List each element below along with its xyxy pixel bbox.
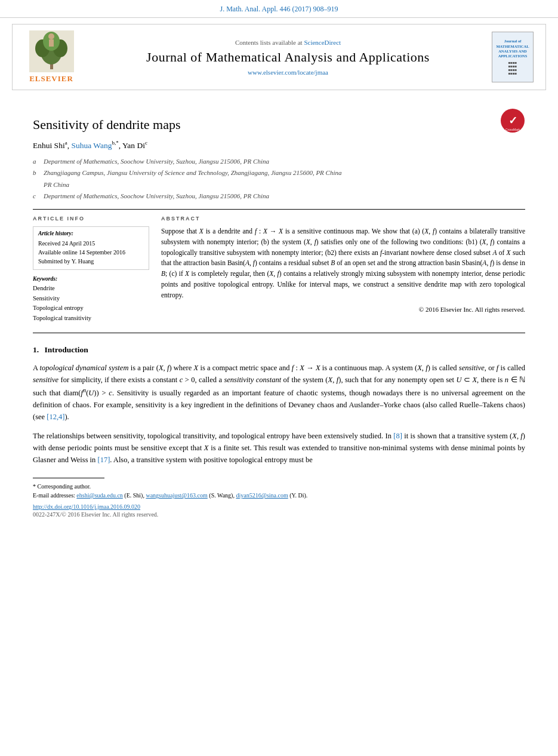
abstract-column: ABSTRACT Suppose that X is a dendrite an… [161, 216, 525, 324]
affil-c: Department of Mathematics, Soochow Unive… [44, 191, 269, 202]
section-1-title: 1. Introduction [33, 345, 525, 355]
submitted-by: Submitted by Y. Huang [38, 257, 144, 266]
article-info-column: ARTICLE INFO Article history: Received 2… [33, 216, 149, 324]
ref-17[interactable]: [17] [97, 456, 110, 464]
keyword-4: Topological transitivity [33, 314, 149, 324]
svg-text:✓: ✓ [508, 115, 517, 127]
section-divider [33, 209, 525, 210]
keyword-2: Sensitivity [33, 294, 149, 304]
journal-cover-image: Journal ofMATHEMATICALANALYSIS ANDAPPLIC… [492, 32, 534, 82]
svg-point-6 [48, 33, 54, 39]
email-di-name: (Y. Di). [289, 492, 307, 499]
email-shi-link[interactable]: ehshi@suda.edu.cn [76, 492, 123, 499]
body-divider [33, 333, 525, 333]
abstract-text: Suppose that X is a dendrite and f : X →… [161, 226, 525, 301]
footnote-block: * Corresponding author. E-mail addresses… [33, 482, 525, 500]
keyword-1: Dendrite [33, 284, 149, 294]
available-date: Available online 14 September 2016 [38, 248, 144, 257]
journal-citation-bar: J. Math. Anal. Appl. 446 (2017) 908–919 [0, 0, 558, 18]
affil-a: Department of Mathematics, Soochow Unive… [44, 156, 269, 167]
affil-b-cont: PR China [44, 180, 69, 190]
svg-rect-7 [49, 39, 54, 47]
article-body: Sensitivity of dendrite maps ✓ CrossMark… [0, 96, 558, 530]
elsevier-logo: ELSEVIER [21, 30, 81, 84]
elsevier-tree-icon [29, 30, 74, 72]
title-row: Sensitivity of dendrite maps ✓ CrossMark [33, 102, 525, 140]
journal-url-text: www.elsevier.com/locate/jmaa [93, 69, 483, 76]
intro-paragraph-1: A topological dynamical system is a pair… [33, 362, 525, 423]
ref-12-4[interactable]: [12,4] [47, 413, 64, 421]
ref-8[interactable]: [8] [393, 432, 402, 440]
copyright-bottom-line: 0022-247X/© 2016 Elsevier Inc. All right… [33, 511, 525, 518]
keywords-label: Keywords: [33, 276, 149, 282]
section-1-label: Introduction [45, 345, 88, 354]
email-di-link[interactable]: diyan5216@sina.com [236, 492, 288, 499]
keyword-3: Topological entropy [33, 303, 149, 314]
keywords-section: Keywords: Dendrite Sensitivity Topologic… [33, 276, 149, 324]
author-wang-link[interactable]: Suhua Wang [71, 141, 112, 150]
journal-center-info: Contents lists available at ScienceDirec… [93, 39, 483, 76]
email-shi-name: (E. Shi), [124, 492, 144, 499]
footnote-divider [33, 478, 104, 478]
intro-paragraph-2: The relationships between sensitivity, t… [33, 430, 525, 466]
citation-text: J. Math. Anal. Appl. 446 (2017) 908–919 [220, 5, 338, 13]
article-title: Sensitivity of dendrite maps [33, 117, 180, 133]
received-date: Received 24 April 2015 [38, 239, 144, 248]
affiliations-block: a Department of Mathematics, Soochow Uni… [33, 156, 525, 202]
corresponding-author-note: * Corresponding author. [33, 482, 525, 491]
article-info-label: ARTICLE INFO [33, 216, 149, 222]
journal-title-text: Journal of Mathematical Analysis and App… [93, 50, 483, 65]
email-label: E-mail addresses: [33, 492, 75, 499]
section-1-number: 1. [33, 345, 39, 354]
history-label: Article history: [38, 231, 144, 236]
email-wang-link[interactable]: wangsuhuajust@163.com [146, 492, 207, 499]
article-history-box: Article history: Received 24 April 2015 … [33, 226, 149, 270]
elsevier-brand-label: ELSEVIER [29, 74, 73, 84]
info-abstract-section: ARTICLE INFO Article history: Received 2… [33, 216, 525, 324]
authors-line: Enhui Shia, Suhua Wangb,*, Yan Dic [33, 140, 525, 150]
contents-line: Contents lists available at ScienceDirec… [93, 39, 483, 46]
affil-b: Zhangjiagang Campus, Jiangsu University … [44, 168, 341, 179]
doi-line[interactable]: http://dx.doi.org/10.1016/j.jmaa.2016.09… [33, 503, 525, 510]
email-addresses-line: E-mail addresses: ehshi@suda.edu.cn (E. … [33, 491, 525, 500]
journal-thumbnail: Journal ofMATHEMATICALANALYSIS ANDAPPLIC… [492, 32, 537, 82]
journal-header: ELSEVIER Contents lists available at Sci… [12, 24, 546, 90]
email-wang-name: (S. Wang), [209, 492, 235, 499]
abstract-copyright: © 2016 Elsevier Inc. All rights reserved… [161, 306, 525, 313]
sciencedirect-link[interactable]: ScienceDirect [304, 39, 341, 46]
crossmark-icon: ✓ CrossMark [500, 108, 525, 133]
svg-text:CrossMark: CrossMark [505, 128, 520, 131]
abstract-label: ABSTRACT [161, 216, 525, 222]
